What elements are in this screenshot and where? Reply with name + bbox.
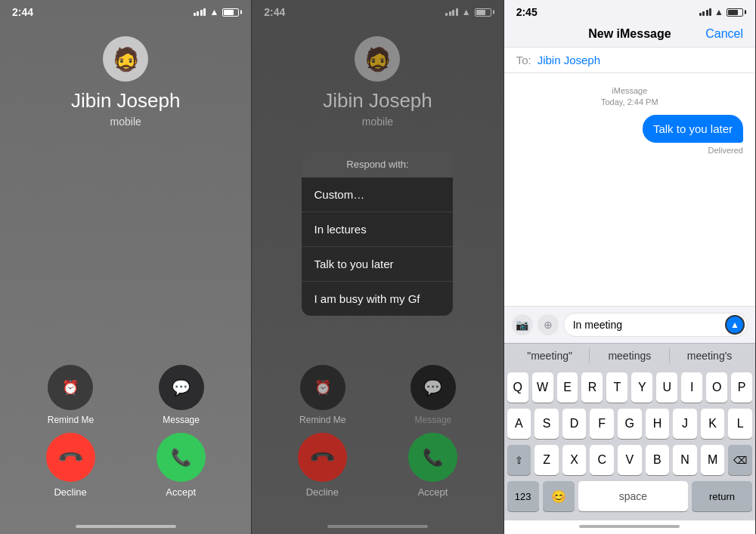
respond-later[interactable]: Talk to you later — [302, 246, 453, 281]
home-indicator-3 — [579, 525, 680, 528]
remind-me-label: Remind Me — [48, 415, 94, 425]
key-x[interactable]: X — [562, 445, 587, 475]
key-s[interactable]: S — [534, 409, 559, 439]
key-numbers[interactable]: 123 — [507, 481, 539, 511]
imessage-to-label: To: — [516, 54, 531, 66]
imessage-status-time: 2:45 — [516, 6, 538, 18]
imessage-body: iMessage Today, 2:44 PM Talk to you late… — [504, 73, 755, 306]
send-btn[interactable]: ▲ — [725, 315, 745, 335]
key-emoji[interactable]: 😊 — [543, 481, 575, 511]
key-h[interactable]: H — [646, 409, 670, 439]
caller-name-1: Jibin Joseph — [71, 89, 181, 113]
decline-btn-1[interactable]: 📞 Decline — [46, 433, 95, 498]
accept-circle: 📞 — [156, 433, 206, 482]
respond-custom[interactable]: Custom… — [302, 177, 453, 211]
decline-circle: 📞 — [46, 433, 95, 482]
imessage-bubble: Talk to you later — [643, 115, 743, 143]
imessage-status-icons: ▲ — [699, 7, 743, 17]
key-z[interactable]: Z — [534, 445, 559, 475]
imessage-battery-icon — [727, 8, 743, 17]
imessage-input-area: 📷 ⊕ ▲ — [504, 306, 755, 343]
decline-label-1: Decline — [54, 486, 86, 498]
key-q[interactable]: Q — [507, 372, 528, 403]
respond-header: Respond with: — [302, 151, 453, 177]
keyboard-row-2: A S D F G H J K L — [507, 409, 752, 439]
accept-icon: 📞 — [171, 448, 191, 468]
imessage-header: New iMessage Cancel — [504, 21, 755, 48]
signal-icon-1 — [194, 8, 206, 16]
caller-info-1: 🧔 Jibin Joseph mobile — [0, 21, 251, 128]
key-shift[interactable]: ⇧ — [507, 445, 531, 475]
key-e[interactable]: E — [557, 372, 578, 403]
message-btn[interactable]: 💬 Message — [159, 365, 204, 425]
key-u[interactable]: U — [656, 372, 677, 403]
imessage-to-field: To: Jibin Joseph — [504, 48, 755, 73]
screen3: 2:45 ▲ New iMessage Cancel To: — [504, 0, 756, 534]
imessage-signal-icon — [699, 8, 712, 16]
alarm-icon: ⏰ — [62, 379, 79, 396]
key-d[interactable]: D — [562, 409, 587, 439]
accept-label-1: Accept — [166, 486, 196, 498]
key-r[interactable]: R — [581, 372, 603, 403]
message-circle: 💬 — [159, 365, 204, 410]
imessage-status-bar: 2:45 ▲ — [504, 0, 755, 21]
key-y[interactable]: Y — [631, 372, 652, 403]
autocomplete-item-2[interactable]: meeting's — [670, 348, 749, 363]
message-icon: 💬 — [172, 378, 191, 397]
keyboard-row-3: ⇧ Z X C V B N M ⌫ — [507, 445, 752, 475]
caller-type-1: mobile — [110, 116, 141, 128]
status-time-1: 2:44 — [12, 6, 33, 18]
imessage-timestamp: iMessage Today, 2:44 PM — [516, 85, 743, 109]
key-p[interactable]: P — [731, 372, 752, 403]
key-b[interactable]: B — [646, 445, 670, 475]
camera-btn[interactable]: 📷 — [512, 314, 533, 335]
key-backspace[interactable]: ⌫ — [728, 445, 752, 475]
imessage-input[interactable] — [563, 313, 748, 337]
imessage-to-name[interactable]: Jibin Joseph — [538, 54, 600, 66]
call-actions-1: ⏰ Remind Me 💬 Message — [0, 269, 251, 433]
apps-btn[interactable]: ⊕ — [538, 314, 559, 335]
imessage-input-wrapper: ▲ — [563, 313, 748, 337]
autocomplete-item-1[interactable]: meetings — [590, 348, 670, 363]
key-t[interactable]: T — [606, 372, 627, 403]
keyboard: Q W E R T Y U I O P A S D F G H J K — [504, 368, 755, 520]
key-j[interactable]: J — [673, 409, 697, 439]
key-c[interactable]: C — [590, 445, 614, 475]
key-space[interactable]: space — [578, 481, 688, 511]
key-a[interactable]: A — [507, 409, 531, 439]
keyboard-row-1: Q W E R T Y U I O P — [507, 372, 752, 403]
key-n[interactable]: N — [673, 445, 697, 475]
imessage-title: New iMessage — [554, 27, 706, 41]
key-i[interactable]: I — [681, 372, 702, 403]
key-w[interactable]: W — [532, 372, 553, 403]
call-buttons-1: 📞 Decline 📞 Accept — [0, 433, 251, 520]
keyboard-row-4: 123 😊 space return — [507, 481, 752, 511]
key-m[interactable]: M — [701, 445, 725, 475]
key-o[interactable]: O — [706, 372, 727, 403]
wifi-icon-1: ▲ — [209, 7, 218, 17]
respond-popup: Respond with: Custom… In lectures Talk t… — [302, 151, 453, 316]
key-return[interactable]: return — [692, 481, 752, 511]
imessage-delivered: Delivered — [708, 146, 743, 155]
imessage-timestamp-text: iMessage Today, 2:44 PM — [516, 85, 743, 109]
key-g[interactable]: G — [618, 409, 642, 439]
screen1: 2:44 ▲ 🧔 Jibin Joseph mobile — [0, 0, 252, 534]
status-bar-1: 2:44 ▲ — [0, 0, 251, 21]
key-v[interactable]: V — [618, 445, 642, 475]
key-k[interactable]: K — [701, 409, 725, 439]
send-icon: ▲ — [730, 319, 739, 330]
decline-icon: 📞 — [56, 443, 84, 471]
home-indicator-1 — [76, 525, 176, 528]
key-l[interactable]: L — [728, 409, 752, 439]
autocomplete-item-0[interactable]: "meeting" — [510, 348, 590, 363]
respond-menu: Custom… In lectures Talk to you later I … — [302, 177, 453, 316]
respond-lectures[interactable]: In lectures — [302, 211, 453, 246]
imessage-cancel-btn[interactable]: Cancel — [705, 27, 743, 41]
remind-me-circle: ⏰ — [48, 365, 93, 410]
remind-me-btn[interactable]: ⏰ Remind Me — [48, 365, 94, 425]
key-f[interactable]: F — [590, 409, 614, 439]
screen2: 2:44 ▲ 🧔 Jibin Joseph mobile — [252, 0, 503, 534]
message-label: Message — [163, 415, 200, 425]
respond-busy[interactable]: I am busy with my Gf — [302, 281, 453, 316]
accept-btn-1[interactable]: 📞 Accept — [156, 433, 206, 498]
